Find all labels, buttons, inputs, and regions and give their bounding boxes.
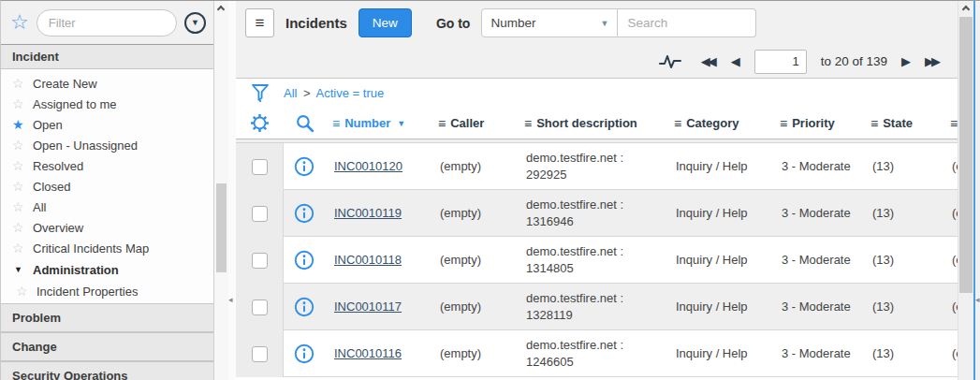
record-preview-icon[interactable] <box>284 297 325 317</box>
caller-cell: (empty) <box>431 205 517 222</box>
column-menu-icon[interactable]: ≡ <box>950 116 958 131</box>
collapse-right-icon[interactable]: ◂ <box>975 295 980 304</box>
column-menu-icon[interactable]: ≡ <box>332 116 340 131</box>
incident-number-link[interactable]: INC0010118 <box>334 253 402 267</box>
star-outline-icon[interactable]: ☆ <box>12 158 33 173</box>
record-preview-icon[interactable] <box>284 156 325 177</box>
row-checkbox[interactable] <box>252 346 268 362</box>
incident-number-link[interactable]: INC0010120 <box>334 159 402 173</box>
star-outline-icon[interactable]: ☆ <box>12 179 33 194</box>
app-window: ☆ ▼ Incident ☆ Create New ☆ Assigned to … <box>0 0 980 380</box>
incident-number-link[interactable]: INC0010116 <box>334 346 402 360</box>
incident-number-link[interactable]: INC0010117 <box>334 300 402 314</box>
section-header-incident[interactable]: Incident <box>1 45 213 69</box>
star-outline-icon[interactable]: ☆ <box>16 284 37 299</box>
truncated-cell: (empty) <box>943 299 958 315</box>
record-preview-icon[interactable] <box>284 250 325 270</box>
column-menu-icon[interactable]: ≡ <box>438 116 446 131</box>
star-outline-icon[interactable]: ☆ <box>12 96 33 111</box>
collapse-left-icon[interactable]: ◂ <box>228 295 233 304</box>
star-outline-icon[interactable]: ☆ <box>12 220 33 235</box>
previous-page-button[interactable]: ◀ <box>731 55 740 67</box>
sidebar-item-closed[interactable]: ☆ Closed <box>1 176 213 197</box>
section-header-change[interactable]: Change <box>1 332 213 361</box>
navigator-filter-input[interactable] <box>37 9 177 37</box>
activity-stream-icon[interactable] <box>659 53 681 70</box>
row-range-label: to 20 of 139 <box>821 54 887 68</box>
caller-cell: (empty) <box>431 299 517 315</box>
sidebar-item-overview[interactable]: ☆ Overview <box>1 217 213 238</box>
list-scrollbar[interactable] <box>958 1 973 380</box>
truncated-cell: (empty) <box>943 205 958 222</box>
column-header-priority[interactable]: ≡ Priority <box>772 116 863 131</box>
list-toolbar: ≡ Incidents New Go to Number ▼ <box>236 1 958 45</box>
goto-field-select[interactable]: Number ▼ <box>481 8 618 37</box>
sidebar-item-open[interactable]: ★ Open <box>1 114 213 135</box>
sidebar-item-resolved[interactable]: ☆ Resolved <box>1 155 213 176</box>
scroll-up-icon[interactable] <box>962 6 970 13</box>
page-number-input[interactable] <box>754 50 807 74</box>
column-header-category[interactable]: ≡ Category <box>666 116 772 131</box>
last-page-button[interactable]: ▶▶ <box>925 55 941 67</box>
application-navigator: ☆ ▼ Incident ☆ Create New ☆ Assigned to … <box>1 1 214 380</box>
sidebar-item-administration[interactable]: ▼ Administration <box>1 258 213 281</box>
record-preview-icon[interactable] <box>284 343 325 364</box>
category-cell: Inquiry / Help <box>666 345 772 362</box>
section-header-problem[interactable]: Problem <box>1 303 213 332</box>
first-page-button[interactable]: ◀◀ <box>701 55 717 67</box>
row-checkbox[interactable] <box>252 253 268 269</box>
table-row: INC0010120 (empty) demo.testfire.net : 2… <box>236 143 958 190</box>
breadcrumb-condition-link[interactable]: Active = true <box>316 86 385 100</box>
column-header-number[interactable]: ≡ Number ▼ <box>325 116 431 131</box>
list-context-menu-button[interactable]: ≡ <box>245 8 274 37</box>
chevron-down-icon[interactable]: ▼ <box>12 265 33 274</box>
list-scrollbar-thumb[interactable] <box>959 17 973 293</box>
list-column-search-icon[interactable] <box>284 113 325 133</box>
sidebar-item-critical-incidents-map[interactable]: ☆ Critical Incidents Map <box>1 238 213 258</box>
new-record-button[interactable]: New <box>358 8 412 37</box>
personalize-list-gear[interactable] <box>236 113 284 133</box>
truncated-cell: (empty) <box>943 345 958 362</box>
star-filled-icon[interactable]: ★ <box>12 117 33 132</box>
row-checkbox[interactable] <box>252 300 268 315</box>
section-header-security-operations[interactable]: Security Operations <box>1 361 213 380</box>
scroll-up-icon[interactable] <box>217 6 225 13</box>
sidebar-item-assigned-to-me[interactable]: ☆ Assigned to me <box>1 94 213 114</box>
pagination-bar: ◀◀ ◀ to 20 of 139 ▶ ▶▶ <box>236 45 958 79</box>
star-outline-icon[interactable]: ☆ <box>12 241 33 256</box>
column-menu-icon[interactable]: ≡ <box>780 116 787 131</box>
column-header-truncated[interactable]: ≡ <box>943 116 958 131</box>
sidebar-item-label: Open <box>33 118 63 132</box>
column-menu-icon[interactable]: ≡ <box>674 116 681 131</box>
sidebar-scrollbar[interactable] <box>214 1 228 380</box>
incident-number-link[interactable]: INC0010119 <box>334 206 402 220</box>
column-header-caller[interactable]: ≡ Caller <box>431 116 517 131</box>
column-header-short-description[interactable]: ≡ Short description <box>517 116 666 131</box>
next-page-button[interactable]: ▶ <box>901 55 911 67</box>
row-checkbox[interactable] <box>252 159 268 175</box>
truncated-cell: (empty) <box>943 252 958 269</box>
sidebar-item-all[interactable]: ☆ All <box>1 197 213 217</box>
star-outline-icon[interactable]: ☆ <box>12 138 33 153</box>
goto-label: Go to <box>436 16 471 31</box>
sidebar-menu-icon[interactable]: ▼ <box>184 12 206 34</box>
column-menu-icon[interactable]: ≡ <box>524 116 532 131</box>
filter-funnel-icon[interactable] <box>236 83 284 103</box>
breadcrumb-all-link[interactable]: All <box>284 86 297 100</box>
sidebar-scrollbar-thumb[interactable] <box>216 183 227 272</box>
sidebar-item-create-new[interactable]: ☆ Create New <box>1 73 213 94</box>
star-outline-icon[interactable]: ☆ <box>12 76 33 91</box>
pane-splitter[interactable]: ◂ <box>228 1 236 380</box>
star-outline-icon[interactable]: ☆ <box>12 199 33 214</box>
column-menu-icon[interactable]: ≡ <box>870 116 878 131</box>
sidebar-item-incident-properties[interactable]: ☆ Incident Properties <box>1 281 213 301</box>
table-row: INC0010117 (empty) demo.testfire.net : 1… <box>236 284 958 330</box>
list-search-input[interactable] <box>618 8 756 37</box>
category-cell: Inquiry / Help <box>666 252 772 269</box>
row-checkbox[interactable] <box>252 206 268 222</box>
favorites-star-icon[interactable]: ☆ <box>10 12 29 33</box>
main-pane: ≡ Incidents New Go to Number ▼ <box>236 1 980 380</box>
sidebar-item-open-unassigned[interactable]: ☆ Open - Unassigned <box>1 135 213 155</box>
column-header-state[interactable]: ≡ State <box>863 116 943 131</box>
record-preview-icon[interactable] <box>284 203 325 224</box>
